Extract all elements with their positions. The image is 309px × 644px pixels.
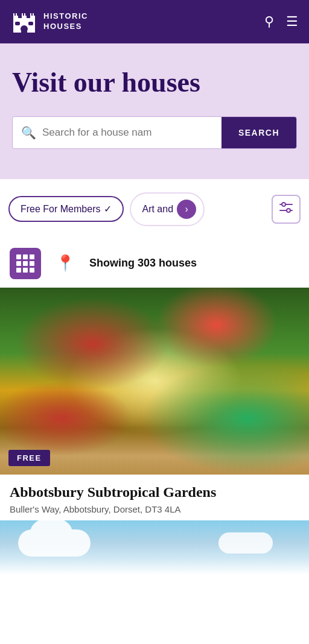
svg-rect-8 — [25, 13, 27, 16]
search-input[interactable] — [42, 117, 213, 148]
filter-check-icon: ✓ — [104, 203, 112, 215]
search-input-wrap: 🔍 — [13, 117, 221, 148]
grid-icon — [16, 254, 34, 273]
showing-count: Showing 303 houses — [89, 257, 197, 270]
menu-icon[interactable]: ☰ — [286, 14, 298, 30]
filter-arrow-circle: › — [177, 200, 196, 219]
card-address-1: Buller's Way, Abbotsbury, Dorset, DT3 4L… — [10, 504, 299, 514]
svg-rect-6 — [17, 13, 18, 16]
filter-options-button[interactable] — [272, 195, 301, 224]
svg-rect-10 — [34, 13, 35, 16]
logo-text: HISTORIC HOUSES — [43, 11, 88, 32]
svg-rect-12 — [21, 29, 27, 33]
logo[interactable]: HISTORIC HOUSES — [11, 8, 88, 35]
logo-icon — [11, 8, 37, 35]
card-image-wrap-1: FREE — [0, 288, 309, 475]
search-input-icon: 🔍 — [21, 125, 36, 140]
search-button[interactable]: SEARCH — [221, 117, 296, 148]
header: HISTORIC HOUSES ⚲ ☰ — [0, 0, 309, 43]
garden-image — [0, 288, 309, 475]
card-info-1: Abbotsbury Subtropical Gardens Buller's … — [0, 475, 309, 520]
search-bar: 🔍 SEARCH — [12, 116, 297, 149]
filter-art-and[interactable]: Art and › — [130, 192, 205, 226]
svg-rect-9 — [31, 13, 33, 16]
cloud-2 — [218, 532, 273, 554]
header-icons: ⚲ ☰ — [264, 14, 298, 30]
filters-section: Free For Members ✓ Art and › — [0, 179, 309, 239]
card-title-1: Abbotsbury Subtropical Gardens — [10, 484, 299, 500]
filter-free-members[interactable]: Free For Members ✓ — [8, 196, 124, 222]
filter-art-label: Art and — [142, 204, 173, 215]
svg-rect-13 — [15, 22, 20, 25]
svg-point-16 — [282, 203, 285, 206]
cloud-1 — [18, 529, 91, 557]
sky-image-preview — [0, 520, 309, 575]
hero-section: Visit our houses 🔍 SEARCH — [0, 43, 309, 179]
svg-rect-14 — [28, 22, 33, 25]
hero-title: Visit our houses — [12, 68, 297, 98]
grid-view-button[interactable] — [10, 248, 41, 279]
filter-sliders-icon — [279, 202, 293, 216]
svg-rect-7 — [23, 13, 24, 16]
map-view-button[interactable]: 📍 — [49, 248, 81, 279]
free-badge: FREE — [8, 450, 50, 466]
svg-point-18 — [287, 209, 290, 212]
search-icon[interactable]: ⚲ — [264, 14, 274, 30]
showing-bar: 📍 Showing 303 houses — [0, 239, 309, 288]
house-card-1[interactable]: FREE Abbotsbury Subtropical Gardens Bull… — [0, 288, 309, 520]
map-pin-icon: 📍 — [56, 254, 75, 273]
svg-rect-5 — [14, 13, 16, 16]
arrow-right-icon: › — [185, 204, 188, 215]
filter-free-members-label: Free For Members — [21, 204, 100, 215]
house-card-2[interactable] — [0, 520, 309, 575]
